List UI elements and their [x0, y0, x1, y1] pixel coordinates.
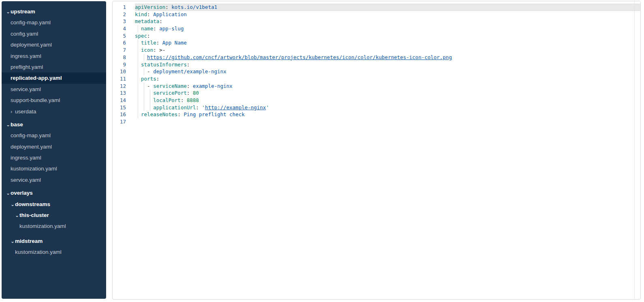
- code-line-1[interactable]: apiVersion: kots.io/v1beta1: [135, 4, 640, 11]
- chevron-down-icon: ⌄: [11, 236, 15, 247]
- tree-file-deployment-yaml[interactable]: deployment.yaml: [2, 141, 106, 152]
- line-number: 2: [113, 11, 126, 18]
- code-line-10[interactable]: - deployment/example-nginx: [135, 68, 640, 75]
- tree-item-label: downstreams: [15, 201, 50, 207]
- tree-item-label: deployment.yaml: [11, 42, 52, 48]
- code-token: :: [181, 97, 187, 103]
- code-line-15[interactable]: applicationUrl: 'http://example-nginx': [135, 104, 640, 111]
- indent-guide: [144, 97, 144, 104]
- tree-item-label: preflight.yaml: [11, 64, 43, 70]
- code-token: apiVersion: [135, 4, 165, 10]
- code-token: :: [165, 4, 171, 10]
- tree-file-support-bundle-yaml[interactable]: support-bundle.yaml: [2, 95, 106, 106]
- line-number: 17: [113, 118, 126, 125]
- code-token: metadata: [135, 18, 159, 24]
- code-link[interactable]: http://example-nginx: [205, 104, 266, 111]
- indent-guide: [138, 111, 138, 118]
- code-token: :: [196, 104, 202, 111]
- tree-file-kustomization-yaml[interactable]: kustomization.yaml: [2, 247, 106, 257]
- code-line-12[interactable]: - serviceName: example-nginx: [135, 83, 640, 90]
- line-number: 14: [113, 97, 126, 104]
- code-line-3[interactable]: metadata:: [135, 18, 640, 25]
- code-token: :: [147, 33, 150, 39]
- line-number: 15: [113, 104, 126, 111]
- file-tree-sidebar: ⌄upstreamconfig-map.yamlconfig.yamldeplo…: [2, 1, 106, 299]
- line-number: 3: [113, 18, 126, 25]
- code-token: :: [147, 11, 153, 17]
- code-line-8[interactable]: https://github.com/cncf/artwork/blob/mas…: [135, 54, 640, 61]
- tree-folder-downstreams[interactable]: ⌄downstreams: [2, 199, 106, 210]
- tree-item-label: config.yaml: [11, 31, 38, 37]
- tree-item-label: config-map.yaml: [11, 19, 51, 26]
- tree-file-preflight-yaml[interactable]: preflight.yaml: [2, 62, 106, 72]
- code-line-11[interactable]: ports:: [135, 75, 640, 83]
- indent-guide: [138, 54, 138, 61]
- code-token: releaseNotes: [141, 111, 177, 117]
- code-line-7[interactable]: icon: >-: [135, 47, 640, 54]
- tree-file-ingress-yaml[interactable]: ingress.yaml: [2, 51, 106, 62]
- code-token: App Name: [162, 40, 187, 46]
- code-token: :: [187, 83, 193, 89]
- line-number: 8: [113, 54, 126, 61]
- code-line-2[interactable]: kind: Application: [135, 11, 640, 18]
- code-line-4[interactable]: name: app-slug: [135, 25, 640, 32]
- tree-file-deployment-yaml[interactable]: deployment.yaml: [2, 39, 106, 50]
- code-token: kind: [135, 11, 147, 17]
- code-token: icon: [141, 47, 153, 53]
- tree-file-replicated-app-yaml[interactable]: replicated-app.yaml: [2, 72, 106, 83]
- indent-guide: [138, 39, 138, 47]
- tree-file-kustomization-yaml[interactable]: kustomization.yaml: [2, 221, 106, 232]
- code-token: ports: [141, 76, 156, 82]
- tree-folder-base[interactable]: ⌄base: [2, 119, 106, 130]
- tree-file-service-yaml[interactable]: service.yaml: [2, 174, 106, 185]
- tree-item-label: kustomization.yaml: [15, 249, 62, 255]
- tree-file-config-map-yaml[interactable]: config-map.yaml: [2, 17, 106, 28]
- code-line-16[interactable]: releaseNotes: Ping preflight check: [135, 111, 640, 118]
- code-line-13[interactable]: servicePort: 80: [135, 89, 640, 97]
- line-number: 11: [113, 75, 126, 83]
- code-token: Application: [153, 11, 187, 17]
- code-token: 8888: [187, 97, 199, 103]
- tree-folder-userdata[interactable]: ›userdata: [2, 106, 106, 117]
- code-token: title: [141, 40, 156, 46]
- line-number: 5: [113, 32, 126, 40]
- tree-folder-overlays[interactable]: ⌄overlays: [2, 187, 106, 198]
- tree-item-label: overlays: [11, 190, 33, 196]
- tree-item-label: service.yaml: [11, 177, 41, 183]
- tree-file-kustomization-yaml[interactable]: kustomization.yaml: [2, 163, 106, 174]
- tree-item-label: kustomization.yaml: [11, 166, 57, 172]
- tree-file-ingress-yaml[interactable]: ingress.yaml: [2, 152, 106, 163]
- vertical-scrollbar[interactable]: [634, 1, 635, 299]
- code-token: :: [156, 76, 160, 82]
- tree-item-label: ingress.yaml: [11, 155, 41, 161]
- line-number-gutter: 1234567891011121314151617: [113, 4, 126, 125]
- code-line-9[interactable]: statusInformers:: [135, 61, 640, 68]
- code-line-14[interactable]: localPort: 8888: [135, 97, 640, 104]
- chevron-down-icon: ⌄: [6, 6, 11, 17]
- code-token: :: [187, 90, 193, 96]
- tree-folder-upstream[interactable]: ⌄upstream: [2, 6, 106, 17]
- code-token: spec: [135, 33, 147, 39]
- code-token: kots.io/v1beta1: [171, 4, 217, 10]
- tree-file-config-map-yaml[interactable]: config-map.yaml: [2, 130, 106, 141]
- code-line-17[interactable]: [135, 118, 640, 125]
- tree-folder-this-cluster[interactable]: ⌄this-cluster: [2, 210, 106, 221]
- chevron-down-icon: ⌄: [11, 199, 15, 210]
- indent-guide: [144, 104, 144, 111]
- tree-file-config-yaml[interactable]: config.yaml: [2, 28, 106, 39]
- indent-guide: [138, 75, 138, 83]
- file-tree: ⌄upstreamconfig-map.yamlconfig.yamldeplo…: [2, 1, 106, 258]
- indent-guide: [138, 97, 138, 104]
- code-token: : >-: [153, 47, 165, 53]
- tree-item-label: deployment.yaml: [11, 144, 52, 150]
- code-link[interactable]: https://github.com/cncf/artwork/blob/mas…: [147, 54, 452, 60]
- tree-folder-midstream[interactable]: ⌄midstream: [2, 236, 106, 247]
- tree-item-label: kustomization.yaml: [19, 223, 66, 229]
- indent-guide: [144, 83, 144, 90]
- chevron-down-icon: ⌄: [6, 188, 11, 199]
- code-line-5[interactable]: spec:: [135, 32, 640, 40]
- tree-file-service-yaml[interactable]: service.yaml: [2, 84, 106, 95]
- code-content[interactable]: apiVersion: kots.io/v1beta1kind: Applica…: [135, 4, 640, 125]
- code-token: ': [266, 104, 269, 111]
- code-line-6[interactable]: title: App Name: [135, 39, 640, 47]
